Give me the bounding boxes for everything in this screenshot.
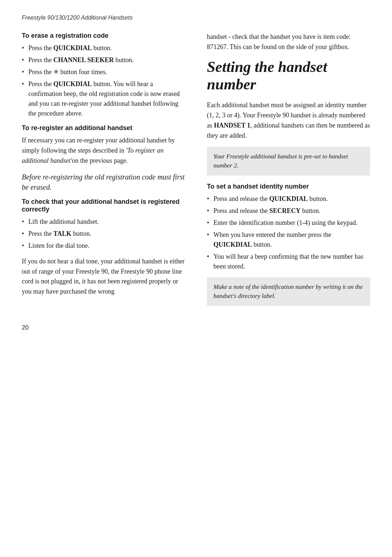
bullet-item: You will hear a beep confirming that the… xyxy=(207,252,370,271)
intro-body: Each additional handset must be assigned… xyxy=(207,100,370,141)
left-column: To erase a registration code Press the Q… xyxy=(22,32,189,313)
bullet-item: When you have entered the number press t… xyxy=(207,230,370,250)
page-number: 20 xyxy=(22,324,370,331)
check-bullets: Lift the additional handset. Press the T… xyxy=(22,217,185,251)
section-identity-heading: To set a handset identity number xyxy=(207,183,370,190)
bullet-item: Press and release the SECRECY button. xyxy=(207,206,370,216)
callout-box-2: Make a note of the identification number… xyxy=(207,277,370,306)
right-column: handset - check that the handset you hav… xyxy=(203,32,370,313)
bullet-item: Enter the identification number (1-4) us… xyxy=(207,218,370,228)
section-reregister-heading: To re-register an additional handset xyxy=(22,124,185,132)
reregister-body: If necessary you can re-register your ad… xyxy=(22,136,185,166)
no-dial-tone-body: If you do not hear a dial tone, your add… xyxy=(22,257,185,297)
bullet-item: Press the QUICKDIAL button. You will hea… xyxy=(22,79,185,118)
section-erase-heading: To erase a registration code xyxy=(22,32,185,40)
italic-warning: Before re-registering the old registrati… xyxy=(22,172,185,192)
page-header: Freestyle 90/130/1200 Additional Handset… xyxy=(22,15,370,21)
bullet-item: Press the QUICKDIAL button. xyxy=(22,43,185,53)
main-section-title: Setting the handset number xyxy=(207,58,370,93)
bullet-item: Lift the additional handset. xyxy=(22,217,185,227)
identity-bullets: Press and release the QUICKDIAL button. … xyxy=(207,194,370,271)
continuation-text: handset - check that the handset you hav… xyxy=(207,32,370,52)
callout-text-2: Make a note of the identification number… xyxy=(213,282,364,301)
callout-text-1: Your Freestyle additional handset is pre… xyxy=(213,152,364,170)
erase-bullets: Press the QUICKDIAL button. Press the CH… xyxy=(22,43,185,118)
bullet-item: Listen for the dial tone. xyxy=(22,241,185,251)
bullet-item: Press and release the QUICKDIAL button. xyxy=(207,194,370,204)
section-check-heading: To check that your additional handset is… xyxy=(22,198,185,213)
bullet-item: Press the CHANNEL SEEKER button. xyxy=(22,55,185,65)
callout-box-1: Your Freestyle additional handset is pre… xyxy=(207,147,370,175)
bullet-item: Press the TALK button. xyxy=(22,229,185,239)
bullet-item: Press the ✳ button four times. xyxy=(22,67,185,77)
